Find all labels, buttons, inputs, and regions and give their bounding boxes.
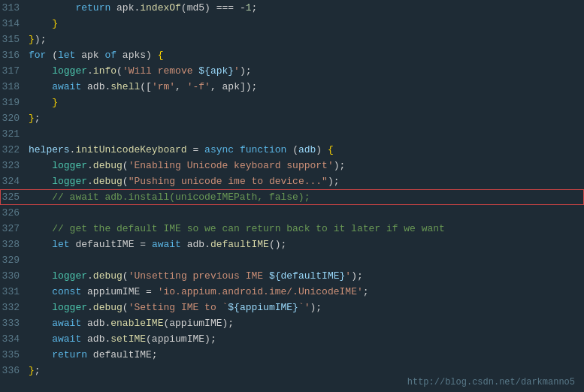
line-number: 318 — [0, 81, 29, 92]
code-line: 319 } — [0, 95, 584, 110]
line-number: 336 — [0, 365, 29, 376]
line-content: }); — [29, 34, 578, 45]
line-content: await adb.enableIME(appiumIME); — [29, 318, 578, 329]
line-content: } — [29, 18, 578, 29]
line-content: // get the default IME so we can return … — [29, 223, 578, 234]
code-line: 317 logger.info('Will remove ${apk}'); — [0, 63, 584, 79]
line-content: helpers.initUnicodeKeyboard = async func… — [29, 144, 578, 155]
line-number: 314 — [0, 18, 29, 29]
line-number: 334 — [0, 333, 29, 345]
line-number: 330 — [0, 270, 29, 282]
code-line: 327 // get the default IME so we can ret… — [0, 221, 584, 237]
line-number: 326 — [0, 207, 29, 219]
line-content: let defaultIME = await adb.defaultIME(); — [29, 239, 578, 250]
code-line: 334 await adb.setIME(appiumIME); — [0, 331, 584, 347]
line-content: logger.debug('Enabling Unicode keyboard … — [29, 160, 578, 171]
line-content: }; — [29, 113, 578, 124]
code-line: 325 // await adb.install(unicodeIMEPath,… — [0, 189, 584, 205]
code-line: 321 — [0, 126, 584, 142]
line-content: await adb.shell(['rm', '-f', apk]); — [29, 81, 578, 92]
code-line: 318 await adb.shell(['rm', '-f', apk]); — [0, 79, 584, 95]
code-line: 316for (let apk of apks) { — [0, 47, 584, 63]
line-content: logger.info('Will remove ${apk}'); — [29, 65, 578, 77]
line-number: 335 — [0, 349, 29, 360]
line-number: 325 — [0, 191, 29, 203]
line-number: 319 — [0, 97, 29, 108]
code-line: 333 await adb.enableIME(appiumIME); — [0, 315, 584, 331]
code-line: 315}); — [0, 32, 584, 47]
line-content: return defaultIME; — [29, 349, 578, 360]
code-line: 324 logger.debug("Pushing unicode ime to… — [0, 173, 584, 189]
code-lines: 313 return apk.indexOf(md5) === -1;314 }… — [0, 0, 584, 378]
line-number: 323 — [0, 160, 29, 171]
line-number: 333 — [0, 318, 29, 329]
line-content: await adb.setIME(appiumIME); — [29, 333, 578, 345]
line-content: return apk.indexOf(md5) === -1; — [29, 2, 578, 14]
line-number: 328 — [0, 239, 29, 250]
line-number: 322 — [0, 144, 29, 155]
code-line: 314 } — [0, 16, 584, 32]
line-number: 315 — [0, 34, 29, 45]
line-number: 316 — [0, 50, 29, 61]
line-content: // await adb.install(unicodeIMEPath, fal… — [29, 191, 578, 203]
code-line: 313 return apk.indexOf(md5) === -1; — [0, 0, 584, 16]
code-line: 336}; — [0, 363, 584, 378]
line-content: const appiumIME = 'io.appium.android.ime… — [29, 286, 578, 297]
line-content: logger.debug("Pushing unicode ime to dev… — [29, 176, 578, 187]
code-editor: 313 return apk.indexOf(md5) === -1;314 }… — [0, 0, 584, 392]
line-number: 329 — [0, 255, 29, 266]
watermark: http://blog.csdn.net/darkmanno5 — [407, 377, 575, 387]
code-line: 330 logger.debug('Unsetting previous IME… — [0, 268, 584, 284]
line-number: 321 — [0, 128, 29, 140]
line-content: logger.debug('Setting IME to `${appiumIM… — [29, 302, 578, 313]
code-line: 335 return defaultIME; — [0, 347, 584, 363]
code-line: 332 logger.debug('Setting IME to `${appi… — [0, 300, 584, 315]
code-line: 331 const appiumIME = 'io.appium.android… — [0, 284, 584, 300]
line-content: logger.debug('Unsetting previous IME ${d… — [29, 270, 578, 282]
line-number: 320 — [0, 113, 29, 124]
line-number: 332 — [0, 302, 29, 313]
line-number: 317 — [0, 65, 29, 77]
line-number: 331 — [0, 286, 29, 297]
code-line: 320}; — [0, 110, 584, 126]
line-number: 313 — [0, 2, 29, 14]
line-content: }; — [29, 365, 578, 376]
code-line: 326 — [0, 205, 584, 221]
code-line: 329 — [0, 252, 584, 268]
code-line: 322helpers.initUnicodeKeyboard = async f… — [0, 142, 584, 158]
line-number: 327 — [0, 223, 29, 234]
code-line: 323 logger.debug('Enabling Unicode keybo… — [0, 158, 584, 173]
code-line: 328 let defaultIME = await adb.defaultIM… — [0, 237, 584, 252]
line-content: for (let apk of apks) { — [29, 50, 578, 61]
line-number: 324 — [0, 176, 29, 187]
line-content: } — [29, 97, 578, 108]
